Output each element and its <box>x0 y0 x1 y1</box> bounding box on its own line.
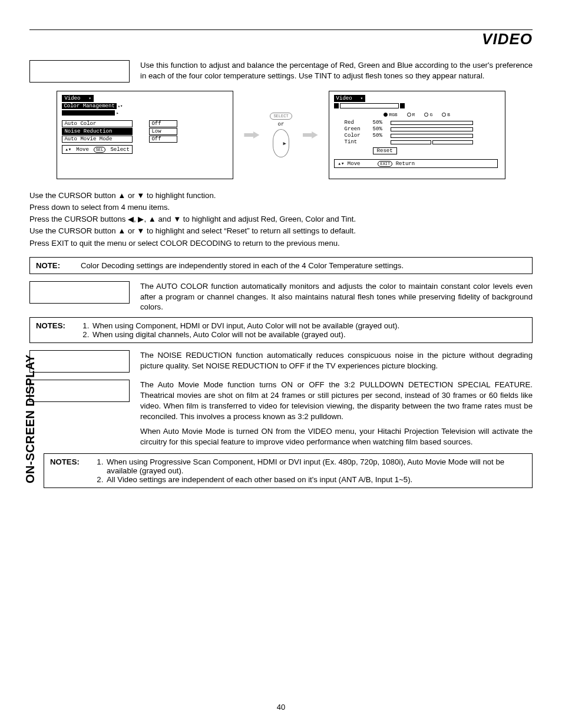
auto-movie-text-2: When Auto Movie Mode is turned ON from t… <box>140 426 533 447</box>
exit-pill: EXIT <box>378 161 392 167</box>
sidebar-label: ON-SCREEN DISPLAY <box>24 354 37 483</box>
osd-left-footer: ▴▾ Move SEL Select <box>62 145 132 154</box>
radio-row: RGB R G B <box>345 112 490 117</box>
note-item: When using Component, HDMI or DVI input,… <box>91 321 526 330</box>
updown-icon: ▴▾ <box>338 161 345 167</box>
val-row-red: Red 50% <box>345 120 490 126</box>
val-label: Color <box>345 133 373 139</box>
item-label: Noise Reduction <box>62 128 133 135</box>
note-item: All Video settings are independent of ea… <box>105 475 526 484</box>
val-num: 50% <box>373 133 391 139</box>
instr-line: Press the CURSOR buttons ◀, ▶, ▲ and ▼ t… <box>29 213 533 225</box>
mid-controls: SELECT or ▶ <box>270 113 292 157</box>
val-row-color: Color 50% <box>345 133 490 139</box>
slider-bar <box>391 121 473 125</box>
color-mgmt-icon-box <box>29 60 130 83</box>
osd-left-sub: Color Management <box>62 103 116 109</box>
osd-left-list: Auto Color Off Noise Reduction Low Auto … <box>62 120 228 143</box>
val-label: Red <box>345 120 373 126</box>
note-item: When using digital channels, Auto Color … <box>91 330 526 339</box>
val-num: 50% <box>373 126 391 132</box>
val-row-tint: Tint <box>345 139 490 145</box>
item-label: Auto Color <box>62 120 133 127</box>
item-value: Off <box>149 136 177 143</box>
instructions: Use the CURSOR button ▲ or ▼ to highligh… <box>29 190 533 249</box>
osd-right-bar-r <box>400 103 405 108</box>
osd-diagram: Video ▾ Color Management ▴▾ ▸ Auto Color… <box>29 91 533 179</box>
instr-line: Use the CURSOR button ▲ or ▼ to highligh… <box>29 190 533 201</box>
osd-list-item: Auto Color Off <box>62 120 228 127</box>
dropdown-icon: ▾ <box>88 96 91 101</box>
slider-bar <box>391 134 473 138</box>
osd-list-item: Noise Reduction Low <box>62 128 228 135</box>
joystick-icon: ▶ <box>273 129 289 157</box>
arrow-right-icon <box>244 131 259 139</box>
osd-left: Video ▾ Color Management ▴▾ ▸ Auto Color… <box>57 91 233 179</box>
foot-move: Move <box>348 161 361 167</box>
arrow-right-icon <box>303 131 318 139</box>
osd-list-item: Auto Movie Mode Off <box>62 136 228 143</box>
val-label: Green <box>345 126 373 132</box>
osd-right-bar-l <box>334 103 339 108</box>
note-label: NOTES: <box>36 321 72 339</box>
item-value: Low <box>149 128 177 135</box>
val-num: 50% <box>373 120 391 126</box>
radio-rgb: RGB <box>384 112 397 117</box>
osd-left-title-label: Video <box>64 95 80 101</box>
osd-right: Video ▾ RGB R G B Red 50% <box>329 91 505 179</box>
note-label: NOTE: <box>36 261 72 270</box>
instr-line: Press EXIT to quit the menu or select CO… <box>29 238 533 249</box>
radio-b: B <box>442 112 450 117</box>
item-value: Off <box>149 120 177 127</box>
page-number: 40 <box>0 703 562 711</box>
instr-line: Use the CURSOR button ▲ or ▼ to highligh… <box>29 225 533 236</box>
note-item: When using Progressive Scan Component, H… <box>105 457 526 475</box>
osd-right-bar-m <box>340 103 399 108</box>
right-icon: ▸ <box>116 111 118 116</box>
instr-line: Press down to select from 4 menu items. <box>29 202 533 213</box>
foot-return: Return <box>396 161 415 167</box>
osd-right-title: Video ▾ <box>334 95 365 102</box>
slider-bar <box>391 127 473 131</box>
osd-left-title: Video ▾ <box>62 95 93 102</box>
updown-icon: ▴▾ <box>65 146 71 153</box>
auto-movie-text: The Auto Movie Mode function turns ON or… <box>140 380 533 421</box>
updown-icon: ▴▾ <box>118 104 123 108</box>
or-label: or <box>278 121 285 127</box>
val-row-green: Green 50% <box>345 126 490 132</box>
select-button-icon: SELECT <box>270 113 292 120</box>
note-body: Color Decoding settings are independentl… <box>81 261 526 270</box>
radio-r: R <box>407 112 415 117</box>
foot-move: Move <box>76 147 89 153</box>
osd-left-bar <box>62 110 115 116</box>
note-box-2: NOTES: When using Component, HDMI or DVI… <box>29 317 533 343</box>
note-box-1: NOTE: Color Decoding settings are indepe… <box>29 257 533 274</box>
osd-right-footer: ▴▾ Move EXIT Return <box>334 159 498 168</box>
tint-bar <box>391 140 473 144</box>
note-box-3: NOTES: When using Progressive Scan Compo… <box>44 453 533 488</box>
auto-color-icon-box <box>29 281 130 304</box>
auto-color-text: The AUTO COLOR function automatically mo… <box>140 281 533 312</box>
dropdown-icon: ▾ <box>361 96 363 101</box>
auto-movie-icon-box <box>29 380 130 402</box>
reset-button: Reset <box>373 147 397 154</box>
noise-red-text: The NOISE REDUCTION function automatical… <box>140 350 533 373</box>
val-label: Tint <box>345 139 373 145</box>
page-title: VIDEO <box>29 30 533 48</box>
foot-select: Select <box>110 147 129 153</box>
item-label: Auto Movie Mode <box>62 136 133 143</box>
sel-pill: SEL <box>94 147 106 153</box>
osd-right-title-label: Video <box>336 95 352 101</box>
intro-text: Use this function to adjust and balance … <box>140 60 533 83</box>
note-label: NOTES: <box>50 457 87 484</box>
radio-g: G <box>424 112 432 117</box>
noise-red-icon-box <box>29 350 130 373</box>
